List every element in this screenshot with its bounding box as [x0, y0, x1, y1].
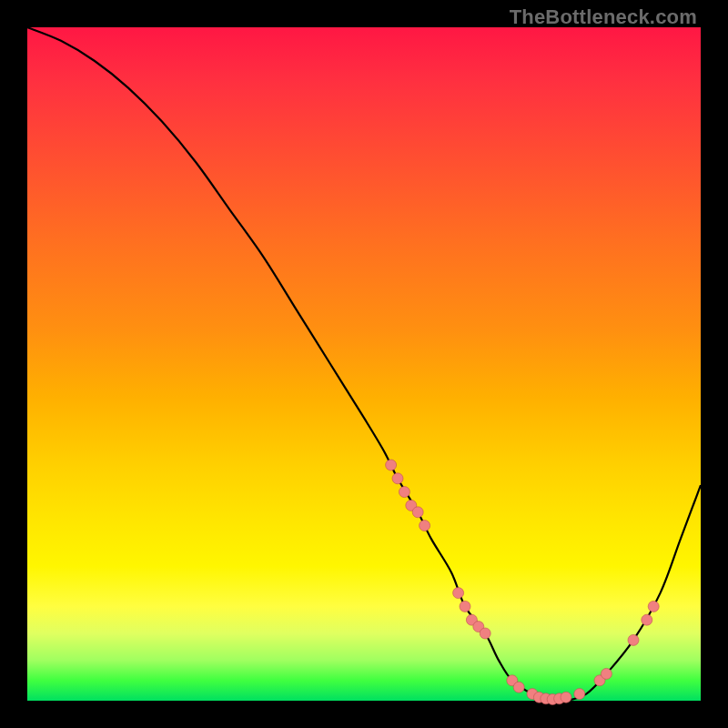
chart-stage: TheBottleneck.com [0, 0, 728, 728]
data-marker [412, 507, 423, 518]
data-marker [420, 521, 430, 531]
data-marker [460, 601, 470, 612]
bottleneck-curve [27, 27, 701, 702]
data-marker [561, 692, 571, 703]
plot-area [27, 27, 701, 701]
data-marker [453, 588, 464, 599]
data-marker [480, 628, 490, 639]
data-marker [386, 460, 397, 470]
data-marker [399, 487, 410, 498]
data-marker [628, 634, 639, 645]
data-marker [648, 601, 659, 612]
data-marker [392, 473, 403, 484]
data-marker [513, 682, 524, 693]
curve-layer [27, 27, 701, 701]
marker-group [386, 460, 660, 705]
watermark-label: TheBottleneck.com [510, 5, 697, 29]
data-marker [574, 689, 585, 700]
data-marker [601, 668, 612, 679]
data-marker [642, 614, 652, 625]
